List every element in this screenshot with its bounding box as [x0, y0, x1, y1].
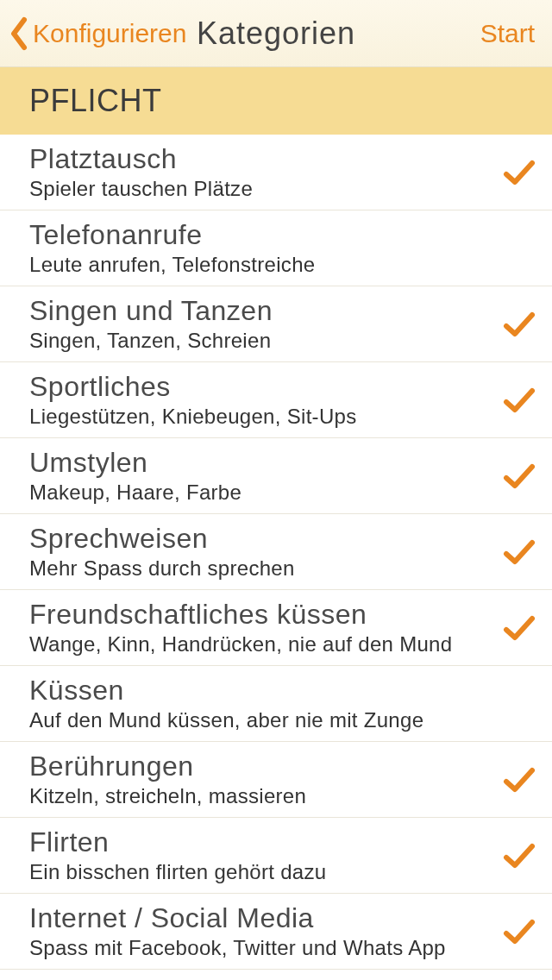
category-row[interactable]: BerührungenKitzeln, streicheln, massiere…: [0, 742, 552, 818]
category-title: Sportliches: [29, 371, 493, 403]
category-row[interactable]: Singen und TanzenSingen, Tanzen, Schreie…: [0, 286, 552, 362]
category-row[interactable]: KüssenAuf den Mund küssen, aber nie mit …: [0, 666, 552, 742]
back-button[interactable]: Konfigurieren: [0, 0, 186, 66]
check-icon: [493, 311, 545, 338]
check-icon: [493, 538, 545, 566]
category-title: Berührungen: [29, 751, 493, 782]
check-icon: [493, 386, 545, 414]
category-title: Sprechweisen: [29, 523, 493, 555]
category-title: Flirten: [29, 826, 493, 858]
start-button[interactable]: Start: [480, 19, 552, 48]
category-texts: FlirtenEin bisschen flirten gehört dazu: [29, 826, 493, 884]
category-texts: PlatztauschSpieler tauschen Plätze: [29, 143, 493, 201]
category-title: Singen und Tanzen: [29, 295, 493, 327]
chevron-left-icon: [9, 16, 28, 51]
category-row[interactable]: FlirtenEin bisschen flirten gehört dazu: [0, 818, 552, 894]
category-texts: TelefonanrufeLeute anrufen, Telefonstrei…: [29, 219, 493, 277]
category-row[interactable]: Internet / Social MediaSpass mit Faceboo…: [0, 894, 552, 970]
category-subtitle: Leute anrufen, Telefonstreiche: [29, 253, 493, 277]
check-icon: [493, 159, 545, 186]
check-icon: [493, 462, 545, 490]
category-row[interactable]: PlatztauschSpieler tauschen Plätze: [0, 135, 552, 210]
category-texts: KüssenAuf den Mund küssen, aber nie mit …: [29, 675, 493, 732]
page-title: Kategorien: [197, 16, 355, 52]
category-subtitle: Mehr Spass durch sprechen: [29, 556, 493, 581]
category-texts: Freundschaftliches küssenWange, Kinn, Ha…: [29, 599, 493, 656]
category-subtitle: Singen, Tanzen, Schreien: [29, 329, 493, 353]
check-icon: [493, 918, 545, 945]
category-subtitle: Ein bisschen flirten gehört dazu: [29, 860, 493, 884]
category-title: Umstylen: [29, 447, 493, 479]
category-subtitle: Auf den Mund küssen, aber nie mit Zunge: [29, 708, 493, 732]
category-title: Platztausch: [29, 143, 493, 175]
category-texts: Singen und TanzenSingen, Tanzen, Schreie…: [29, 295, 493, 353]
category-row[interactable]: SprechweisenMehr Spass durch sprechen: [0, 514, 552, 590]
category-texts: Internet / Social MediaSpass mit Faceboo…: [29, 902, 493, 960]
category-subtitle: Makeup, Haare, Farbe: [29, 481, 493, 505]
category-row[interactable]: Freundschaftliches küssenWange, Kinn, Ha…: [0, 590, 552, 666]
category-row[interactable]: SportlichesLiegestützen, Kniebeugen, Sit…: [0, 362, 552, 438]
category-title: Küssen: [29, 675, 493, 707]
category-title: Telefonanrufe: [29, 219, 493, 251]
category-subtitle: Spieler tauschen Plätze: [29, 177, 493, 201]
category-texts: SprechweisenMehr Spass durch sprechen: [29, 523, 493, 581]
category-texts: BerührungenKitzeln, streicheln, massiere…: [29, 751, 493, 808]
category-row[interactable]: TelefonanrufeLeute anrufen, Telefonstrei…: [0, 210, 552, 286]
navbar: Konfigurieren Kategorien Start: [0, 0, 552, 67]
category-texts: UmstylenMakeup, Haare, Farbe: [29, 447, 493, 505]
category-subtitle: Liegestützen, Kniebeugen, Sit-Ups: [29, 405, 493, 429]
category-subtitle: Spass mit Facebook, Twitter und Whats Ap…: [29, 936, 493, 960]
category-title: Internet / Social Media: [29, 902, 493, 934]
check-icon: [493, 766, 545, 794]
category-texts: SportlichesLiegestützen, Kniebeugen, Sit…: [29, 371, 493, 429]
check-icon: [493, 614, 545, 642]
category-title: Freundschaftliches küssen: [29, 599, 493, 631]
check-icon: [493, 842, 545, 870]
back-label: Konfigurieren: [33, 19, 186, 48]
section-header: PFLICHT: [0, 67, 552, 135]
category-list: PlatztauschSpieler tauschen PlätzeTelefo…: [0, 135, 552, 970]
category-subtitle: Wange, Kinn, Handrücken, nie auf den Mun…: [29, 632, 493, 656]
category-row[interactable]: UmstylenMakeup, Haare, Farbe: [0, 438, 552, 514]
category-subtitle: Kitzeln, streicheln, massieren: [29, 784, 493, 808]
